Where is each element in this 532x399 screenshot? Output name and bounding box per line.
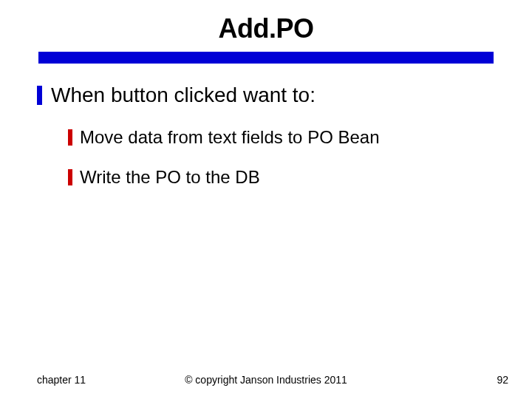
slide-footer: chapter 11 © copyright Janson Industries…	[0, 374, 532, 386]
slide-content: When button clicked want to: Move data f…	[0, 64, 532, 188]
title-divider	[38, 52, 494, 64]
footer-chapter: chapter 11	[37, 374, 86, 386]
slide-title: Add.PO	[0, 13, 532, 44]
bullet-level2: Move data from text fields to PO Bean	[68, 127, 495, 149]
bullet-text: Write the PO to the DB	[80, 167, 260, 188]
title-area: Add.PO	[0, 0, 532, 44]
bullet-bar-icon	[68, 169, 72, 185]
footer-copyright: © copyright Janson Industries 2011	[185, 374, 347, 386]
bullet-level1: When button clicked want to:	[37, 83, 495, 108]
footer-page-number: 92	[497, 374, 508, 386]
bullet-bar-icon	[68, 129, 72, 146]
bullet-text: When button clicked want to:	[51, 83, 316, 108]
bullet-text: Move data from text fields to PO Bean	[80, 127, 380, 149]
bullet-level2: Write the PO to the DB	[68, 167, 495, 188]
bullet-bar-icon	[37, 86, 42, 105]
